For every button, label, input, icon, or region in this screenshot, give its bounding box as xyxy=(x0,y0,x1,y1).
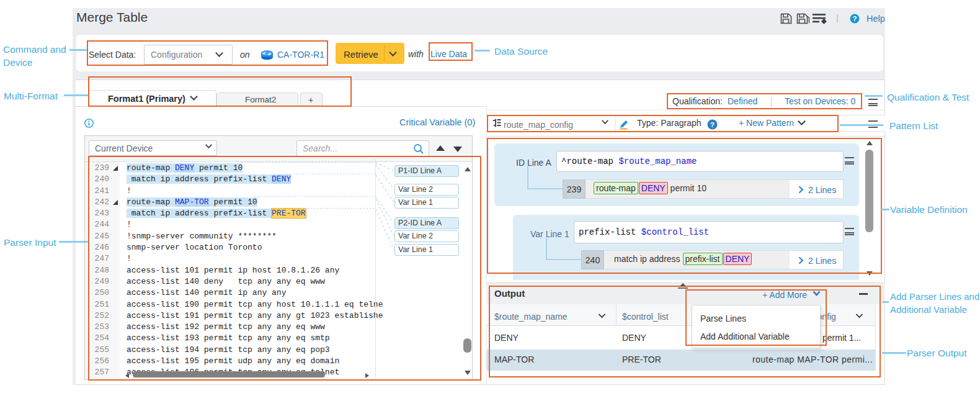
svg-text:?: ? xyxy=(852,15,857,22)
